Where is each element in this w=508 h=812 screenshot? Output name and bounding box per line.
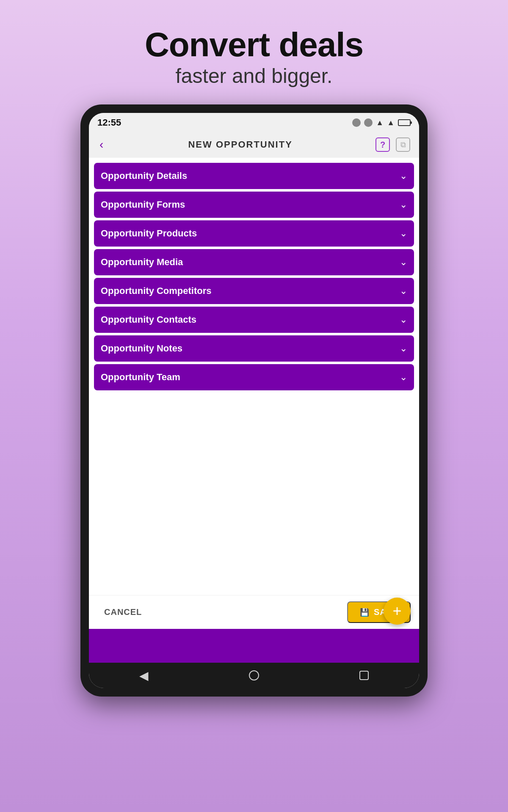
status-icons: ▲ ▲ — [352, 118, 411, 127]
chevron-down-icon-products: ⌄ — [400, 228, 407, 239]
accordion-item-products[interactable]: Opportunity Products ⌄ — [94, 220, 414, 247]
chevron-down-icon-team: ⌄ — [400, 372, 407, 383]
purple-footer — [89, 629, 419, 663]
chevron-down-icon-competitors: ⌄ — [400, 285, 407, 296]
help-button[interactable]: ? — [375, 137, 390, 152]
status-bar: 12:55 ▲ ▲ — [89, 113, 419, 132]
wifi-icon: ▲ — [376, 118, 384, 127]
headline: Convert deals — [145, 25, 363, 64]
accordion-label-notes: Opportunity Notes — [101, 343, 182, 354]
nav-home-button[interactable] — [249, 670, 259, 680]
chevron-down-icon-forms: ⌄ — [400, 199, 407, 210]
accordion-item-notes[interactable]: Opportunity Notes ⌄ — [94, 335, 414, 362]
cancel-button[interactable]: CANCEL — [97, 603, 149, 621]
accordion-item-details[interactable]: Opportunity Details ⌄ — [94, 163, 414, 189]
status-icon-1 — [352, 118, 361, 127]
accordion-item-competitors[interactable]: Opportunity Competitors ⌄ — [94, 278, 414, 304]
accordion-label-media: Opportunity Media — [101, 257, 183, 268]
chevron-down-icon-notes: ⌄ — [400, 343, 407, 354]
app-bar: ‹ NEW OPPORTUNITY ? ⧉ — [89, 132, 419, 158]
nav-bar: ◀ — [89, 663, 419, 688]
nav-back-button[interactable]: ◀ — [139, 669, 149, 683]
accordion-label-team: Opportunity Team — [101, 372, 180, 383]
chevron-down-icon-media: ⌄ — [400, 257, 407, 268]
accordion-label-competitors: Opportunity Competitors — [101, 285, 212, 296]
tablet-frame: 12:55 ▲ ▲ ‹ NEW OPPORTUNITY ? — [80, 104, 428, 697]
app-bar-actions: ? ⧉ — [375, 137, 411, 152]
page-header: Convert deals faster and bigger. — [145, 0, 363, 104]
accordion-label-contacts: Opportunity Contacts — [101, 314, 196, 325]
chevron-down-icon-details: ⌄ — [400, 170, 407, 181]
subheadline: faster and bigger. — [145, 64, 363, 88]
accordion-item-forms[interactable]: Opportunity Forms ⌄ — [94, 192, 414, 218]
copy-button[interactable]: ⧉ — [395, 137, 411, 152]
status-time: 12:55 — [97, 117, 121, 128]
fab-button[interactable]: + — [384, 598, 411, 625]
chevron-down-icon-contacts: ⌄ — [400, 314, 407, 325]
accordion-item-team[interactable]: Opportunity Team ⌄ — [94, 364, 414, 390]
accordion-label-forms: Opportunity Forms — [101, 199, 185, 210]
nav-recents-button[interactable] — [359, 671, 369, 680]
copy-icon: ⧉ — [396, 137, 410, 152]
accordion-item-contacts[interactable]: Opportunity Contacts ⌄ — [94, 307, 414, 333]
bottom-bar: CANCEL 💾 SAVE + — [89, 595, 419, 629]
fab-plus-icon: + — [392, 602, 401, 620]
battery-icon — [398, 119, 411, 126]
app-content: Opportunity Details ⌄ Opportunity Forms … — [89, 158, 419, 595]
save-disk-icon: 💾 — [360, 608, 370, 617]
tablet-inner: 12:55 ▲ ▲ ‹ NEW OPPORTUNITY ? — [89, 113, 419, 688]
accordion-label-details: Opportunity Details — [101, 170, 187, 181]
back-button[interactable]: ‹ — [97, 136, 105, 154]
question-icon: ? — [375, 137, 390, 152]
signal-icon: ▲ — [387, 118, 395, 127]
accordion-item-media[interactable]: Opportunity Media ⌄ — [94, 249, 414, 275]
back-icon: ‹ — [99, 138, 103, 151]
accordion-label-products: Opportunity Products — [101, 228, 197, 239]
status-icon-2 — [364, 118, 373, 127]
app-bar-title: NEW OPPORTUNITY — [105, 139, 375, 150]
